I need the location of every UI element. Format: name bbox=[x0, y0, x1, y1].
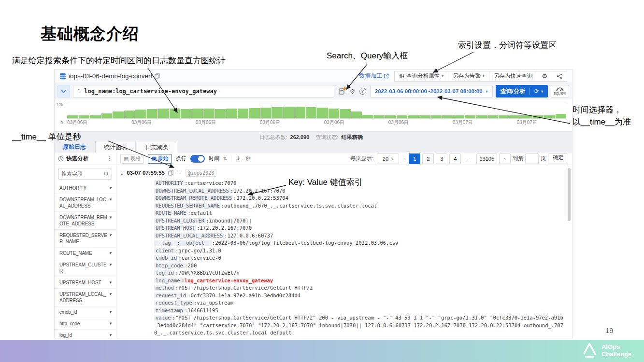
refresh-icon[interactable]: ⟳ bbox=[534, 88, 539, 95]
more-actions-icon[interactable]: ⋯ bbox=[177, 170, 182, 176]
quick-analysis-icon[interactable] bbox=[58, 156, 64, 162]
histogram-bar[interactable] bbox=[499, 115, 510, 118]
sidebar-field-row[interactable]: http_code ▼ bbox=[55, 318, 116, 330]
histogram-bar[interactable] bbox=[385, 115, 396, 118]
log-field[interactable]: request_id0cfc3370-1e1a-97e2-a91b-3edbd0… bbox=[154, 292, 565, 300]
log-field-value[interactable]: inbound|7070|| bbox=[206, 218, 252, 223]
chevron-down-icon[interactable]: ▼ bbox=[109, 321, 113, 326]
histogram-bar[interactable] bbox=[476, 115, 487, 118]
settings-button[interactable]: ⚙ bbox=[537, 71, 552, 82]
help-icon[interactable]: ? bbox=[359, 88, 366, 95]
log-field-value[interactable]: 172.20.2.167:7070 bbox=[197, 225, 252, 231]
log-field-key[interactable]: value bbox=[154, 315, 172, 320]
save-as-quick-query-button[interactable]: 另存为快速查询 bbox=[489, 71, 538, 82]
chevron-down-icon[interactable]: ▼ bbox=[109, 233, 113, 237]
log-field[interactable]: cmdb_idcartservice-0 bbox=[154, 254, 565, 262]
log-field[interactable]: __tag__:__object__2022-03-06/log/log_fil… bbox=[154, 239, 565, 247]
histogram-bar[interactable] bbox=[556, 114, 567, 118]
log-field-key[interactable]: __tag__:__object__ bbox=[154, 240, 212, 246]
next-page-icon[interactable]: › bbox=[499, 153, 511, 164]
histogram-bar[interactable] bbox=[170, 109, 181, 118]
log-field-key[interactable]: cmdb_id bbox=[154, 255, 178, 261]
prev-page-icon[interactable]: ‹ bbox=[403, 155, 407, 162]
log-field[interactable]: DOWNSTREAM_LOCAL_ADDRESS172.20.2.167:707… bbox=[154, 187, 565, 195]
scrollbar[interactable] bbox=[568, 168, 571, 221]
log-field[interactable]: timestamp1646611195 bbox=[154, 307, 565, 315]
log-field-value[interactable]: POST /hipstershop.CartService/GetCart HT… bbox=[175, 285, 313, 291]
search-analyze-button[interactable]: 查询/分析 ⟳ ▾ bbox=[496, 85, 548, 97]
histogram-bar[interactable] bbox=[453, 115, 464, 118]
query-input[interactable] bbox=[84, 88, 329, 95]
chevron-down-icon[interactable]: ▼ bbox=[109, 263, 113, 267]
sidebar-field-row[interactable]: AUTHORITY ▼ bbox=[55, 182, 116, 194]
histogram-bar[interactable] bbox=[272, 107, 283, 118]
chevron-down-icon[interactable]: ▼ bbox=[109, 186, 113, 190]
log-field-key[interactable]: DOWNSTREAM_LOCAL_ADDRESS bbox=[154, 188, 230, 194]
sidebar-field-row[interactable]: UPSTREAM_LOCAL_ADDRESS ▼ bbox=[55, 289, 116, 306]
histogram-bar[interactable] bbox=[487, 115, 499, 118]
time-range-picker[interactable]: 2022-03-06 08:00:00~2022-03-07 08:00:00 … bbox=[370, 85, 493, 97]
histogram-bar[interactable] bbox=[203, 109, 215, 118]
log-field-value[interactable]: 0cfc3370-1e1a-97e2-a91b-3edbd0c284d4 bbox=[187, 292, 301, 298]
result-tab[interactable]: 原始日志 bbox=[55, 141, 94, 153]
histogram-bar[interactable] bbox=[408, 115, 419, 118]
histogram-bar[interactable] bbox=[283, 107, 294, 119]
histogram-bar[interactable] bbox=[329, 109, 340, 118]
gear-icon[interactable]: ⚙ bbox=[245, 155, 251, 162]
log-field-key[interactable]: client bbox=[154, 248, 175, 253]
histogram-bar[interactable] bbox=[79, 115, 90, 118]
histogram-bar[interactable] bbox=[238, 109, 249, 118]
copy-icon[interactable] bbox=[168, 170, 173, 176]
histogram-bar[interactable] bbox=[521, 115, 532, 118]
page-button[interactable]: 2 bbox=[422, 153, 434, 164]
log-field[interactable]: clientgrpc-go/1.31.0 bbox=[154, 247, 565, 255]
histogram-bar[interactable] bbox=[397, 115, 408, 118]
query-template-icon[interactable] bbox=[338, 88, 345, 95]
result-tab[interactable]: 日志聚类 bbox=[137, 141, 177, 153]
log-field[interactable]: log_namelog_cartservice-envoy_gateway bbox=[154, 277, 565, 285]
histogram-bar[interactable] bbox=[419, 115, 430, 118]
histogram-bar[interactable] bbox=[374, 115, 385, 118]
chevron-down-icon[interactable]: ▼ bbox=[109, 197, 113, 202]
log-field-value[interactable]: 7OWtYX8BDiVcQfZwEl7n bbox=[175, 270, 240, 276]
per-page-select[interactable]: 20 ∨ bbox=[377, 153, 399, 164]
histogram-bar[interactable] bbox=[192, 109, 203, 118]
log-field[interactable]: value"POST /hipstershop.CartService/GetC… bbox=[154, 314, 565, 337]
sort-arrows-icon[interactable]: ⇅ bbox=[223, 156, 227, 161]
save-as-alert-button[interactable]: 另存为告警 ▾ bbox=[448, 71, 489, 82]
histogram-bar[interactable] bbox=[215, 109, 226, 118]
log-field-key[interactable]: method bbox=[154, 285, 175, 291]
histogram-bar[interactable] bbox=[101, 113, 113, 119]
log-field[interactable]: UPSTREAM_LOCAL_ADDRESS127.0.0.6:60737 bbox=[154, 232, 565, 240]
log-field-value[interactable]: 172.20.0.22:53704 bbox=[233, 195, 288, 201]
log-field[interactable]: ROUTE_NAMEdefault bbox=[154, 209, 565, 217]
chevron-down-icon[interactable]: ▼ bbox=[109, 333, 113, 337]
result-tab[interactable]: 统计图表 bbox=[95, 141, 136, 153]
query-input-box[interactable]: 1 bbox=[73, 85, 334, 97]
log-field-key[interactable]: timestamp bbox=[154, 307, 185, 313]
sidebar-field-row[interactable]: UPSTREAM_HOST ▼ bbox=[55, 277, 116, 289]
sidebar-field-row[interactable]: DOWNSTREAM_LOCAL_ADDRESS ▼ bbox=[55, 194, 116, 212]
copy-icon[interactable] bbox=[155, 73, 160, 79]
query-settings-icon[interactable]: ⚙ bbox=[349, 88, 356, 95]
log-field-value[interactable]: 200 bbox=[185, 263, 197, 268]
log-field-value[interactable]: cartservice-0 bbox=[178, 255, 221, 261]
query-analysis-props-button[interactable]: 查询分析属性 ▾ bbox=[394, 71, 448, 82]
log-field-key[interactable]: ROUTE_NAME bbox=[154, 210, 187, 216]
log-field-value[interactable]: 127.0.0.6:60737 bbox=[224, 233, 273, 238]
log-field-key[interactable]: log_name bbox=[154, 278, 182, 283]
sidebar-field-row[interactable]: UPSTREAM_CLUSTER ▼ bbox=[55, 259, 116, 277]
histogram-bar[interactable] bbox=[147, 109, 158, 118]
page-button[interactable]: ··· bbox=[463, 153, 474, 164]
histogram-bar[interactable] bbox=[135, 110, 146, 118]
histogram-bar[interactable] bbox=[90, 115, 101, 118]
histogram-bar[interactable] bbox=[306, 107, 317, 118]
histogram-bar[interactable] bbox=[340, 109, 351, 118]
download-icon[interactable] bbox=[235, 156, 241, 162]
log-field-key[interactable]: DOWNSTREAM_REMOTE_ADDRESS bbox=[154, 195, 233, 201]
log-field-key[interactable]: request_type bbox=[154, 300, 194, 306]
log-field-key[interactable]: log_id bbox=[154, 270, 175, 276]
histogram-bar[interactable] bbox=[362, 115, 373, 118]
log-field-key[interactable]: request_id bbox=[154, 292, 187, 298]
log-field-key[interactable]: AUTHORITY bbox=[154, 180, 185, 186]
